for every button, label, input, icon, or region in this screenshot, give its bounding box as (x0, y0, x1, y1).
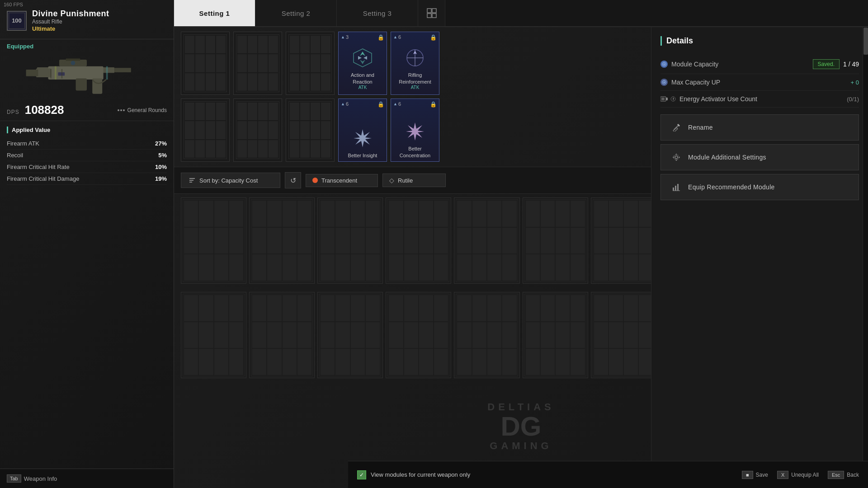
refresh-button[interactable]: ↺ (285, 172, 301, 188)
rename-button[interactable]: Rename (660, 114, 859, 141)
weapon-info-label: Weapon Info (24, 475, 57, 482)
pencil-icon (672, 123, 680, 131)
module-slot-action-reaction[interactable]: ▲ 3 🔒 Action and Reaction (338, 32, 387, 95)
stat-name-crit-rate: Firearm Critical Hit Rate (7, 164, 70, 170)
module-grid-item[interactable] (249, 292, 315, 378)
module-tier-badge-4: ▲ 6 (393, 101, 401, 107)
module-slot-empty[interactable] (286, 32, 335, 95)
svg-rect-7 (26, 70, 38, 76)
save-action: ■ Save (742, 471, 768, 479)
gear-icon (672, 153, 680, 161)
module-name-insight: Better Insight (346, 152, 379, 159)
energy-activator-label: Energy Activator Use Count (660, 95, 757, 103)
transcendent-filter[interactable]: Transcendent (306, 174, 378, 187)
module-grid-item[interactable] (317, 292, 383, 378)
max-capacity-icon (660, 79, 668, 86)
weapon-info: Divine Punishment Assault Rifle Ultimate (32, 9, 109, 32)
transcendent-dot (312, 178, 318, 183)
svg-marker-24 (406, 122, 424, 141)
svg-rect-14 (106, 66, 108, 80)
module-additional-label: Module Additional Settings (688, 154, 766, 161)
module-lock-icon-2: 🔒 (430, 34, 437, 41)
module-icon-rifling (403, 46, 427, 70)
module-grid-item[interactable] (454, 292, 519, 378)
module-tier-badge: ▲ 3 (341, 34, 349, 40)
ammo-icon (118, 109, 125, 111)
svg-rect-41 (673, 157, 674, 158)
svg-rect-45 (677, 184, 679, 191)
weapon-image-area (0, 50, 174, 99)
stat-row: Firearm Critical Hit Damage 19% (7, 173, 167, 185)
module-grid-item[interactable] (249, 197, 315, 284)
equip-icon (670, 181, 683, 193)
svg-rect-15 (427, 9, 431, 13)
back-action: Esc Back (828, 471, 859, 479)
module-grid-item[interactable] (386, 197, 451, 284)
module-grid-item[interactable] (523, 292, 588, 378)
module-icon-action (350, 46, 375, 70)
stat-value-crit-dmg: 19% (155, 175, 167, 182)
stat-name-firearm-atk: Firearm ATK (7, 140, 39, 147)
module-slot-better-concentration[interactable]: ▲ 6 🔒 Better Concentration (391, 99, 439, 162)
module-grid-item[interactable] (317, 197, 383, 284)
module-additional-settings-button[interactable]: Module Additional Settings (660, 144, 859, 170)
module-slot-empty[interactable] (181, 99, 230, 162)
weapon-name: Divine Punishment (32, 9, 109, 19)
unequip-label: Unequip All (791, 472, 819, 478)
svg-point-31 (663, 81, 665, 83)
scrollbar-track[interactable] (863, 27, 868, 461)
module-slot-empty[interactable] (286, 99, 335, 162)
module-grid-item[interactable] (386, 292, 451, 378)
svg-rect-44 (675, 186, 676, 191)
svg-rect-34 (661, 98, 665, 100)
module-grid-item[interactable] (523, 197, 588, 284)
tab-setting-3[interactable]: Setting 3 (337, 0, 418, 26)
current-weapon-checkbox[interactable]: ✓ (357, 470, 366, 479)
unequip-key: X (777, 471, 788, 479)
svg-rect-9 (58, 72, 65, 75)
settings-icon (670, 151, 683, 164)
module-grid-item[interactable] (181, 197, 246, 284)
svg-rect-17 (427, 14, 431, 18)
tab-grid-icon[interactable] (418, 0, 445, 26)
rutile-filter[interactable]: ◇ Rutile (382, 174, 446, 187)
svg-rect-42 (679, 157, 680, 158)
tab-setting-1[interactable]: Setting 1 (174, 0, 255, 26)
module-slot-rifling[interactable]: ▲ 6 🔒 Rifling Reinforcement ATK (391, 32, 439, 95)
weapon-info-tab[interactable]: Tab Weapon Info (0, 469, 174, 488)
equip-recommended-button[interactable]: Equip Recommended Module (660, 174, 859, 200)
chart-icon (672, 183, 680, 191)
max-cap-icon-svg (662, 80, 666, 84)
svg-rect-13 (55, 66, 57, 80)
module-grid-item[interactable] (454, 197, 519, 284)
equip-recommended-label: Equip Recommended Module (688, 183, 775, 191)
module-grid-item[interactable] (591, 197, 656, 284)
module-lock-icon-4: 🔒 (430, 101, 437, 108)
svg-rect-3 (66, 59, 80, 61)
scrollbar-thumb[interactable] (863, 28, 868, 55)
module-grid-item[interactable] (181, 292, 246, 378)
energy-activator-row: Energy Activator Use Count (0/1) (660, 91, 859, 108)
module-slot-empty[interactable] (181, 32, 230, 95)
module-grid-item[interactable] (591, 292, 656, 378)
svg-rect-40 (676, 160, 677, 161)
svg-point-38 (674, 155, 679, 160)
sort-button[interactable]: Sort by: Capacity Cost (181, 173, 280, 188)
back-label: Back (847, 472, 859, 478)
rutile-icon: ◇ (389, 177, 394, 184)
empty-slots-group: ▲ 3 🔒 Action and Reaction (181, 32, 439, 162)
module-slot-empty[interactable] (233, 32, 282, 95)
details-title: Details (660, 36, 859, 46)
back-key: Esc (828, 471, 844, 479)
svg-point-12 (71, 61, 75, 65)
stat-row: Firearm Critical Hit Rate 10% (7, 161, 167, 173)
module-slot-empty[interactable] (233, 99, 282, 162)
module-capacity-label: Module Capacity (660, 61, 718, 68)
module-slot-better-insight[interactable]: ▲ 6 🔒 Better Insight (338, 99, 387, 162)
ammo-type: General Rounds (118, 107, 167, 113)
module-lock-icon: 🔒 (377, 34, 384, 41)
ammo-label: General Rounds (127, 107, 167, 113)
save-key: ■ (742, 471, 753, 479)
tab-setting-2[interactable]: Setting 2 (255, 0, 337, 26)
saved-badge: Saved. (813, 59, 840, 69)
